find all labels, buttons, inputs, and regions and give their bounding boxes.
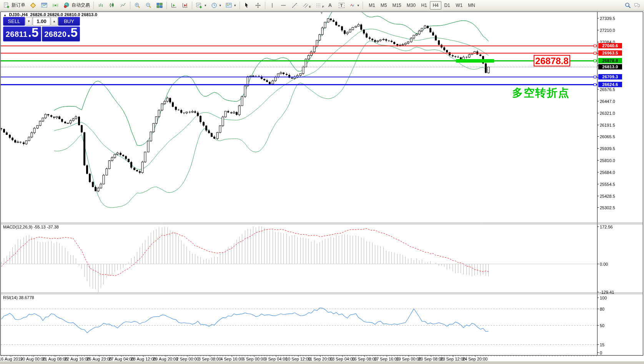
indicators-button[interactable]: ▾ bbox=[194, 1, 208, 10]
clock-icon bbox=[211, 2, 218, 9]
signals-button[interactable] bbox=[50, 1, 61, 10]
line-chart-button[interactable] bbox=[118, 1, 128, 10]
candlestick-chart-icon bbox=[108, 2, 115, 9]
equidistant-channel-icon bbox=[302, 2, 309, 9]
price-tag: 26963.5 bbox=[598, 50, 622, 56]
signals-icon bbox=[52, 2, 59, 9]
text-icon: A bbox=[328, 2, 334, 8]
volume-input[interactable] bbox=[33, 17, 50, 26]
arrows-icon bbox=[349, 2, 356, 9]
timeframe-button-mn[interactable]: MN bbox=[465, 1, 478, 10]
timeframe-button-m15[interactable]: M15 bbox=[389, 1, 404, 10]
price-tag: 26709.3 bbox=[598, 74, 622, 79]
horizontal-line-icon bbox=[280, 2, 287, 9]
price-tag: 26878.8 bbox=[598, 58, 622, 63]
tile-windows-button[interactable] bbox=[154, 1, 165, 10]
tile-windows-icon bbox=[156, 2, 163, 9]
text-label-button[interactable]: T bbox=[337, 1, 346, 10]
templates-button[interactable]: ▾ bbox=[223, 1, 238, 10]
timeframe-button-w1[interactable]: W1 bbox=[453, 1, 465, 10]
zoom-out-icon bbox=[145, 2, 152, 9]
macd-indicator-label: MACD(12,26,9) -55.13 -37.38 bbox=[3, 225, 59, 229]
candlestick-chart-button[interactable] bbox=[107, 1, 117, 10]
collapse-triangle-icon[interactable]: ▲ bbox=[3, 13, 7, 17]
timeframe-button-m30[interactable]: M30 bbox=[404, 1, 418, 10]
template-icon bbox=[225, 2, 232, 9]
gold-diamond-icon bbox=[30, 2, 37, 9]
crosshair-button[interactable] bbox=[253, 1, 263, 10]
autotrading-button[interactable]: 自动交易 bbox=[61, 1, 92, 10]
chart-window: ▲ DJ30-,H4 26826.0 26826.0 26810.0 26813… bbox=[0, 11, 644, 364]
separator bbox=[240, 2, 240, 9]
cursor-icon bbox=[243, 2, 250, 9]
separator bbox=[192, 2, 192, 9]
arrows-button[interactable]: ▾ bbox=[347, 1, 361, 10]
vertical-line-icon bbox=[269, 2, 276, 9]
fibo-letter: F bbox=[322, 5, 324, 8]
price-tag: 26624.6 bbox=[598, 82, 622, 87]
zoom-out-button[interactable] bbox=[143, 1, 154, 10]
price-callout-label[interactable]: 26878.8 bbox=[534, 55, 570, 66]
separator bbox=[93, 2, 94, 9]
search-icon[interactable] bbox=[624, 2, 631, 9]
separator bbox=[363, 2, 363, 9]
separator bbox=[265, 2, 265, 9]
text-label-icon: T bbox=[339, 3, 344, 8]
volume-decrease-button[interactable]: ▼ bbox=[25, 17, 32, 26]
chart-title: ▲ DJ30-,H4 26826.0 26826.0 26810.0 26813… bbox=[3, 12, 97, 17]
horizontal-line-button[interactable] bbox=[278, 1, 289, 10]
chat-icon[interactable] bbox=[634, 2, 641, 9]
toolbar-right-group bbox=[624, 2, 643, 9]
fibonacci-icon bbox=[315, 2, 322, 9]
dropdown-arrow-icon: ▾ bbox=[220, 3, 221, 7]
buy-button[interactable]: 26820 .5 bbox=[42, 26, 80, 41]
timeframe-button-m1[interactable]: M1 bbox=[366, 1, 378, 10]
quotes-button[interactable] bbox=[28, 1, 38, 10]
new-chart-button[interactable] bbox=[39, 1, 50, 10]
sell-label: SELL bbox=[3, 17, 25, 26]
bar-chart-button[interactable] bbox=[95, 1, 106, 10]
text-button[interactable]: A bbox=[326, 1, 336, 10]
zoom-in-button[interactable] bbox=[132, 1, 143, 10]
trendline-button[interactable] bbox=[289, 1, 300, 10]
separator bbox=[166, 2, 167, 9]
chart-window-icon bbox=[41, 2, 48, 9]
new-order-icon bbox=[3, 2, 10, 9]
chart-shift-icon bbox=[181, 2, 188, 9]
rsi-indicator-label: RSI(14) 38.6778 bbox=[3, 295, 34, 300]
equidistant-channel-button[interactable]: E bbox=[300, 1, 313, 10]
line-chart-icon bbox=[120, 2, 126, 9]
timeframe-button-h4[interactable]: H4 bbox=[430, 1, 441, 10]
timeframe-group: M1M5M15M30H1H4D1W1MN bbox=[366, 1, 478, 10]
auto-scroll-button[interactable] bbox=[168, 1, 179, 10]
current-price-tag: 26813.0 bbox=[598, 64, 622, 69]
buy-label: BUY bbox=[58, 17, 80, 26]
periods-button[interactable]: ▾ bbox=[209, 1, 223, 10]
chart-shift-button[interactable] bbox=[180, 1, 190, 10]
sell-price-big-digit: .5 bbox=[28, 27, 39, 38]
dropdown-arrow-icon: ▾ bbox=[205, 3, 206, 7]
vertical-line-button[interactable] bbox=[267, 1, 278, 10]
pane-resize-arrow-icon[interactable]: ▼ bbox=[320, 11, 323, 15]
autotrading-icon bbox=[63, 2, 70, 9]
fibonacci-button[interactable]: F bbox=[313, 1, 326, 10]
crosshair-icon bbox=[255, 2, 261, 9]
timeframe-button-m5[interactable]: M5 bbox=[378, 1, 390, 10]
bar-chart-icon bbox=[97, 2, 104, 9]
autotrading-label: 自动交易 bbox=[72, 2, 90, 8]
trendline-icon bbox=[291, 2, 298, 9]
auto-scroll-icon bbox=[170, 2, 177, 9]
turning-point-annotation[interactable]: 多空转折点 bbox=[512, 86, 570, 100]
dropdown-arrow-icon: ▾ bbox=[234, 3, 236, 7]
cursor-button[interactable] bbox=[241, 1, 252, 10]
sell-button[interactable]: 26811 .5 bbox=[3, 26, 41, 41]
new-order-button[interactable]: 新订单 bbox=[1, 1, 27, 10]
timeframe-button-d1[interactable]: D1 bbox=[441, 1, 453, 10]
chart-symbol-period: DJ30-,H4 bbox=[9, 12, 28, 17]
volume-increase-button[interactable]: ▲ bbox=[51, 17, 58, 26]
timeframe-button-h1[interactable]: H1 bbox=[418, 1, 430, 10]
channel-letter: E bbox=[309, 5, 311, 8]
chart-ohlc-values: 26826.0 26826.0 26810.0 26813.0 bbox=[30, 12, 97, 17]
dropdown-arrow-icon: ▾ bbox=[358, 3, 359, 7]
price-tag: 27040.6 bbox=[598, 43, 622, 48]
